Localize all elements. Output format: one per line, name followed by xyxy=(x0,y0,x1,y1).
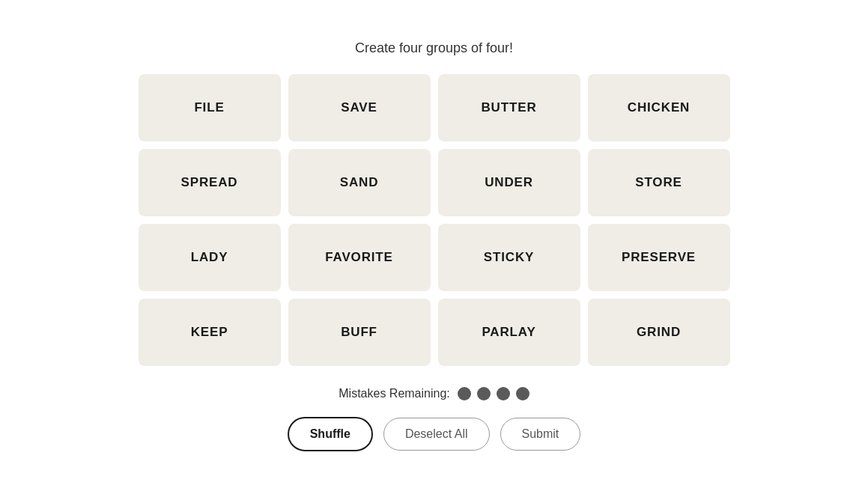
dot-3 xyxy=(497,387,510,400)
word-tile[interactable]: UNDER xyxy=(438,149,580,216)
word-tile[interactable]: LADY xyxy=(139,224,281,291)
word-tile[interactable]: BUFF xyxy=(288,299,431,366)
dot-4 xyxy=(516,387,529,400)
dot-2 xyxy=(477,387,491,400)
word-tile[interactable]: FILE xyxy=(139,74,281,141)
word-tile[interactable]: KEEP xyxy=(139,299,281,366)
deselect-button[interactable]: Deselect All xyxy=(383,418,490,451)
word-tile[interactable]: STICKY xyxy=(438,224,580,291)
buttons-row: Shuffle Deselect All Submit xyxy=(288,417,581,451)
mistakes-label: Mistakes Remaining: xyxy=(339,387,450,400)
word-tile[interactable]: SAND xyxy=(288,149,431,216)
word-tile[interactable]: STORE xyxy=(588,149,730,216)
dot-1 xyxy=(458,387,471,400)
shuffle-button[interactable]: Shuffle xyxy=(288,417,373,451)
word-tile[interactable]: FAVORITE xyxy=(288,224,431,291)
word-tile[interactable]: SAVE xyxy=(288,74,431,141)
page-title: Create four groups of four! xyxy=(355,40,513,56)
word-tile[interactable]: CHICKEN xyxy=(588,74,730,141)
word-grid: FILESAVEBUTTERCHICKENSPREADSANDUNDERSTOR… xyxy=(139,74,730,366)
word-tile[interactable]: GRIND xyxy=(588,299,730,366)
game-container: Create four groups of four! FILESAVEBUTT… xyxy=(135,40,734,451)
submit-button[interactable]: Submit xyxy=(500,418,581,451)
word-tile[interactable]: BUTTER xyxy=(438,74,580,141)
word-tile[interactable]: SPREAD xyxy=(139,149,281,216)
word-tile[interactable]: PRESERVE xyxy=(588,224,730,291)
mistakes-row: Mistakes Remaining: xyxy=(339,387,529,400)
mistakes-dots xyxy=(458,387,529,400)
word-tile[interactable]: PARLAY xyxy=(438,299,580,366)
